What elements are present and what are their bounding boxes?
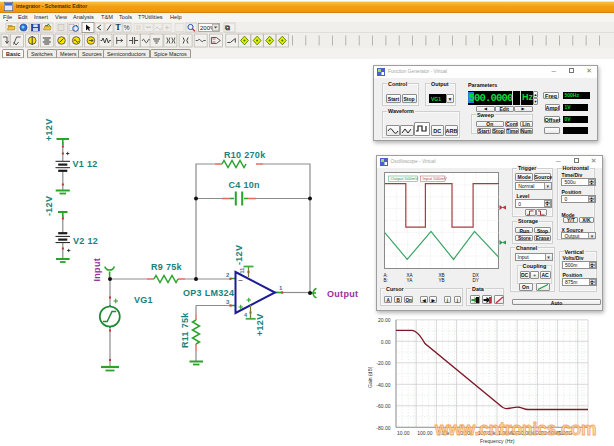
svg-text:Input: Input	[92, 258, 102, 282]
svg-text:20.00: 20.00	[378, 317, 391, 323]
svg-text:Output: Output	[327, 289, 358, 299]
svg-text:-60.00: -60.00	[376, 403, 390, 409]
svg-text:Gain (dB): Gain (dB)	[368, 366, 373, 388]
svg-text:10.00: 10.00	[397, 430, 410, 436]
svg-text:C4 10n: C4 10n	[229, 180, 260, 190]
svg-text:R9 75k: R9 75k	[151, 262, 183, 272]
svg-text:-12V: -12V	[44, 196, 54, 216]
svg-text:R10 270k: R10 270k	[224, 150, 266, 160]
svg-text:3: 3	[226, 299, 230, 305]
svg-text:⧉: ⧉	[225, 24, 230, 31]
svg-text:OP3 LM324: OP3 LM324	[183, 288, 234, 298]
svg-text:-80.00: -80.00	[376, 425, 390, 431]
svg-text:%: %	[124, 24, 130, 31]
svg-text:0.00: 0.00	[381, 339, 391, 345]
svg-text:100.00: 100.00	[417, 430, 433, 436]
svg-text:Output 500mV: Output 500mV	[390, 176, 418, 181]
svg-text:-40.00: -40.00	[376, 382, 390, 388]
svg-text:11: 11	[239, 268, 245, 274]
svg-text:VG1: VG1	[134, 295, 153, 305]
svg-text:R11 75k: R11 75k	[180, 312, 190, 348]
svg-text:T: T	[116, 23, 121, 32]
svg-text:2: 2	[226, 272, 230, 278]
svg-text:V2 12: V2 12	[73, 236, 98, 246]
svg-text:+12V: +12V	[44, 119, 54, 141]
svg-text:1: 1	[279, 285, 283, 291]
svg-text:Input 500mV: Input 500mV	[422, 176, 446, 181]
svg-text:4: 4	[244, 312, 248, 318]
svg-text:-12V: -12V	[234, 245, 244, 265]
svg-text:V1 12: V1 12	[73, 159, 98, 169]
svg-text:+12V: +12V	[255, 314, 265, 336]
svg-text:-20.00: -20.00	[376, 360, 390, 366]
